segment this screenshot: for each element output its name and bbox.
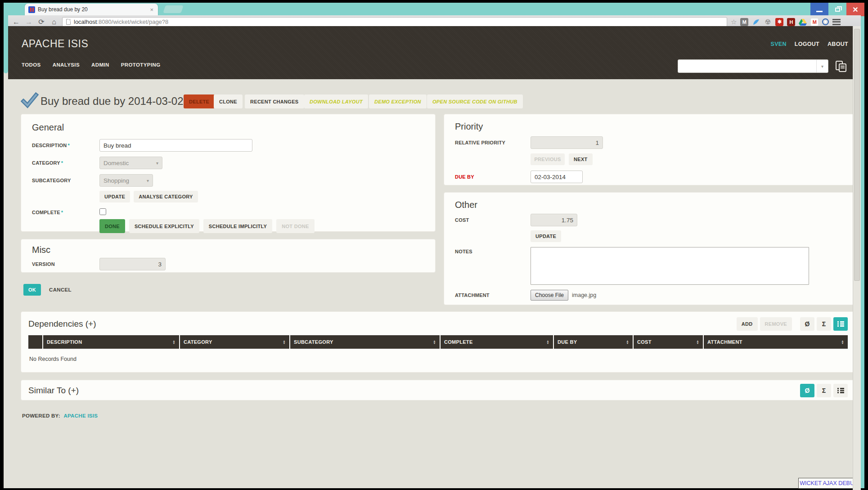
chevron-down-icon[interactable]: ▾: [816, 60, 828, 72]
update-button[interactable]: UPDATE: [99, 191, 130, 202]
browser-menu-icon[interactable]: [832, 19, 841, 25]
tab-title: Buy bread due by 20: [38, 6, 146, 13]
description-label: DESCRIPTION*: [32, 143, 99, 148]
done-button[interactable]: DONE: [99, 219, 125, 233]
scrollbar-thumb[interactable]: [854, 29, 860, 281]
ok-button[interactable]: OK: [23, 284, 41, 296]
hide-columns-icon[interactable]: Ø: [800, 317, 814, 331]
extension-h-icon[interactable]: H: [787, 18, 795, 26]
sort-icon[interactable]: ▲▼: [283, 340, 286, 345]
extension-gmail-icon[interactable]: M: [810, 18, 819, 26]
description-input[interactable]: [99, 139, 252, 152]
version-label: VERSION: [32, 261, 99, 267]
extension-gray-m-icon[interactable]: M: [740, 18, 748, 26]
scrollbar[interactable]: [853, 26, 861, 490]
nav-item-admin[interactable]: ADMIN: [91, 62, 109, 67]
recent-changes-button[interactable]: RECENT CHANGES: [245, 94, 304, 108]
column-header-dueby[interactable]: DUE BY▲▼: [554, 335, 633, 349]
sort-icon[interactable]: ▲▼: [546, 340, 549, 345]
chevron-down-icon: ▾: [147, 178, 149, 183]
extension-feather-icon[interactable]: [752, 18, 760, 26]
nav-item-analysis[interactable]: ANALYSIS: [53, 62, 80, 67]
browser-tab[interactable]: Buy bread due by 20 ×: [25, 4, 158, 15]
add-button[interactable]: ADD: [737, 317, 758, 331]
back-icon[interactable]: ←: [12, 18, 21, 26]
column-header-category[interactable]: CATEGORY▲▼: [180, 335, 289, 349]
nav-item-prototyping[interactable]: PROTOTYPING: [121, 62, 161, 67]
wicket-ajax-debug-button[interactable]: WICKET AJAX DEBUG: [798, 478, 860, 489]
complete-checkbox[interactable]: [99, 208, 106, 215]
header-search-combobox[interactable]: ▾: [678, 59, 828, 73]
nav-item-todos[interactable]: TODOS: [22, 62, 41, 67]
remove-button: REMOVE: [760, 317, 792, 331]
sort-icon[interactable]: ▲▼: [841, 340, 844, 345]
column-header-description[interactable]: DESCRIPTION▲▼: [43, 335, 179, 349]
notes-textarea[interactable]: [531, 247, 809, 285]
forward-icon[interactable]: →: [24, 18, 33, 26]
copy-pages-icon[interactable]: [835, 60, 848, 73]
cost-input: [531, 214, 577, 226]
previous-button: PREVIOUS: [531, 153, 565, 165]
column-header-attachment[interactable]: ATTACHMENT▲▼: [704, 335, 848, 349]
choose-file-button[interactable]: Choose File: [531, 290, 568, 301]
clone-button[interactable]: CLONE: [214, 94, 243, 108]
misc-heading: Misc: [32, 245, 424, 255]
column-header-complete[interactable]: COMPLETE▲▼: [441, 335, 553, 349]
other-panel: Other COST UPDATE NOTES ATTACHMENT Choos…: [444, 192, 854, 305]
summary-sigma-icon[interactable]: Σ: [817, 317, 831, 331]
entity-title-row: Buy bread due by 2014-03-02 DELETE CLONE…: [21, 93, 855, 111]
extension-radiation-icon[interactable]: ☢: [764, 18, 772, 26]
user-menu[interactable]: SVEN: [771, 41, 787, 47]
apache-isis-link[interactable]: APACHE ISIS: [63, 413, 98, 418]
list-view-icon[interactable]: [833, 384, 848, 397]
minimize-button[interactable]: [810, 3, 828, 16]
analyse-category-button[interactable]: ANALYSE CATEGORY: [134, 191, 198, 202]
extension-shutter-icon[interactable]: [822, 18, 829, 25]
schedule-explicitly-button[interactable]: SCHEDULE EXPLICITLY: [129, 219, 199, 233]
hide-columns-icon[interactable]: Ø: [800, 384, 814, 397]
form-actions: OK CANCEL: [23, 284, 72, 296]
column-header-cost[interactable]: COST▲▼: [634, 335, 703, 349]
app-brand[interactable]: APACHE ISIS: [22, 38, 88, 50]
demo-exception-button[interactable]: DEMO EXCEPTION: [369, 94, 427, 108]
sort-icon[interactable]: ▲▼: [626, 340, 629, 345]
next-button[interactable]: NEXT: [569, 153, 593, 165]
sort-icon[interactable]: ▲▼: [433, 340, 436, 345]
list-view-icon[interactable]: [833, 317, 848, 331]
new-tab-button[interactable]: [163, 5, 184, 13]
complete-label: COMPLETE*: [32, 208, 99, 215]
address-bar[interactable]: localhost:8080/wicket/wicket/page?8: [62, 17, 727, 27]
refresh-icon[interactable]: ⟳: [37, 18, 46, 26]
open-source-github-button[interactable]: OPEN SOURCE CODE ON GITHUB: [427, 94, 523, 108]
category-select: Domestic▾: [99, 157, 162, 169]
extension-lastpass-icon[interactable]: ✱: [775, 18, 783, 26]
summary-sigma-icon[interactable]: Σ: [817, 384, 831, 397]
bookmark-star-icon[interactable]: ☆: [731, 18, 737, 26]
download-layout-button[interactable]: DOWNLOAD LAYOUT: [304, 94, 368, 108]
app-footer: POWERED BY: APACHE ISIS: [22, 413, 98, 418]
empty-table-message: No Records Found: [28, 349, 848, 362]
subcategory-select: Shopping▾: [99, 174, 153, 187]
due-by-input[interactable]: [531, 171, 583, 183]
cancel-button[interactable]: CANCEL: [49, 287, 72, 292]
logout-link[interactable]: LOGOUT: [795, 41, 819, 47]
browser-titlebar: Buy bread due by 20 × ✕: [4, 3, 864, 15]
browser-window: Buy bread due by 20 × ✕ ← → ⟳ ⌂ localhos…: [4, 3, 864, 488]
schedule-implicitly-button[interactable]: SCHEDULE IMPLICITLY: [203, 219, 272, 233]
home-icon[interactable]: ⌂: [49, 18, 58, 26]
sort-icon[interactable]: ▲▼: [696, 340, 699, 345]
restore-button[interactable]: [828, 3, 846, 16]
sort-icon[interactable]: ▲▼: [172, 340, 175, 345]
close-button[interactable]: ✕: [846, 3, 864, 16]
similar-to-heading: Similar To (+): [28, 386, 800, 396]
header-search-input[interactable]: [678, 60, 816, 72]
delete-button[interactable]: DELETE: [184, 94, 215, 108]
extension-drive-icon[interactable]: [799, 18, 807, 26]
priority-heading: Priority: [455, 121, 843, 132]
general-panel: General DESCRIPTION* CATEGORY* Domestic▾…: [21, 114, 436, 232]
dependencies-table: DESCRIPTION▲▼ CATEGORY▲▼ SUBCATEGORY▲▼ C…: [28, 335, 848, 362]
about-link[interactable]: ABOUT: [828, 41, 848, 47]
column-header-subcategory[interactable]: SUBCATEGORY▲▼: [290, 335, 440, 349]
tab-close-icon[interactable]: ×: [149, 6, 154, 13]
update-cost-button[interactable]: UPDATE: [531, 230, 561, 242]
